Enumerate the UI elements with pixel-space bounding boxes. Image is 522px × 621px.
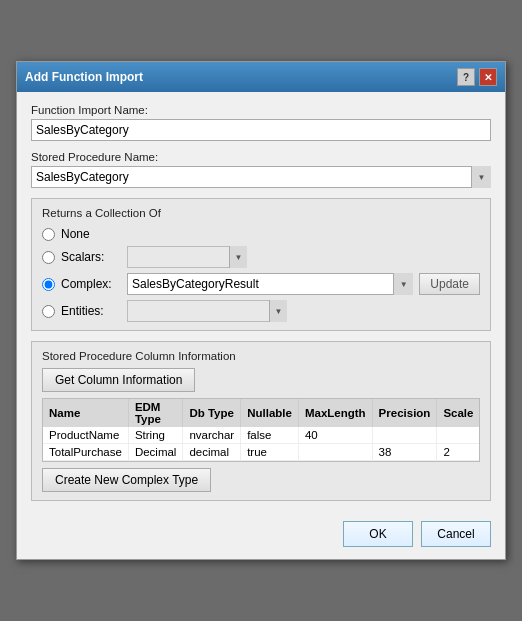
col-header-nullable: Nullable xyxy=(241,399,299,427)
column-info-table: Name EDM Type Db Type Nullable MaxLength… xyxy=(43,399,479,461)
stored-procedure-dropdown-wrapper: SalesByCategory ▼ xyxy=(31,166,491,188)
ok-button[interactable]: OK xyxy=(343,521,413,547)
returns-collection-title: Returns a Collection Of xyxy=(42,207,480,219)
complex-radio[interactable] xyxy=(42,278,55,291)
entities-radio-label: Entities: xyxy=(61,304,121,318)
add-function-import-dialog: Add Function Import ? ✕ Function Import … xyxy=(16,61,506,560)
complex-dropdown-wrapper: SalesByCategoryResult ▼ xyxy=(127,273,413,295)
complex-radio-row: Complex: SalesByCategoryResult ▼ Update xyxy=(42,273,480,295)
table-row: TotalPurchaseDecimaldecimaltrue382 xyxy=(43,444,479,461)
stored-procedure-name-section: Stored Procedure Name: SalesByCategory ▼ xyxy=(31,151,491,188)
returns-collection-section: Returns a Collection Of None Scalars: ▼ xyxy=(31,198,491,331)
complex-radio-label: Complex: xyxy=(61,277,121,291)
function-import-name-input[interactable] xyxy=(31,119,491,141)
table-header-row: Name EDM Type Db Type Nullable MaxLength… xyxy=(43,399,479,427)
create-complex-type-button[interactable]: Create New Complex Type xyxy=(42,468,211,492)
table-body: ProductNameStringnvarcharfalse40TotalPur… xyxy=(43,427,479,461)
dialog-title: Add Function Import xyxy=(25,70,143,84)
col-header-db-type: Db Type xyxy=(183,399,241,427)
help-button[interactable]: ? xyxy=(457,68,475,86)
dialog-footer: OK Cancel xyxy=(17,513,505,559)
col-header-maxlength: MaxLength xyxy=(298,399,372,427)
col-header-name: Name xyxy=(43,399,128,427)
sp-column-info-section: Stored Procedure Column Information Get … xyxy=(31,341,491,501)
title-bar-buttons: ? ✕ xyxy=(457,68,497,86)
sp-column-info-title: Stored Procedure Column Information xyxy=(42,350,480,362)
entities-radio[interactable] xyxy=(42,305,55,318)
dialog-body: Function Import Name: Stored Procedure N… xyxy=(17,92,505,513)
get-column-info-button[interactable]: Get Column Information xyxy=(42,368,195,392)
scalars-dropdown[interactable] xyxy=(127,246,247,268)
update-button[interactable]: Update xyxy=(419,273,480,295)
stored-procedure-name-label: Stored Procedure Name: xyxy=(31,151,491,163)
entities-dropdown-wrapper: ▼ xyxy=(127,300,287,322)
close-button[interactable]: ✕ xyxy=(479,68,497,86)
col-header-edm-type: EDM Type xyxy=(128,399,183,427)
none-radio-label: None xyxy=(61,227,121,241)
scalars-radio[interactable] xyxy=(42,251,55,264)
col-header-scale: Scale xyxy=(437,399,480,427)
function-import-name-section: Function Import Name: xyxy=(31,104,491,141)
cancel-button[interactable]: Cancel xyxy=(421,521,491,547)
radio-group: None Scalars: ▼ Complex: xyxy=(42,227,480,322)
title-bar: Add Function Import ? ✕ xyxy=(17,62,505,92)
scalars-dropdown-wrapper: ▼ xyxy=(127,246,247,268)
stored-procedure-dropdown[interactable]: SalesByCategory xyxy=(31,166,491,188)
function-import-name-label: Function Import Name: xyxy=(31,104,491,116)
entities-dropdown[interactable] xyxy=(127,300,287,322)
scalars-radio-row: Scalars: ▼ xyxy=(42,246,480,268)
column-info-table-wrapper: Name EDM Type Db Type Nullable MaxLength… xyxy=(42,398,480,462)
complex-dropdown[interactable]: SalesByCategoryResult xyxy=(127,273,413,295)
none-radio[interactable] xyxy=(42,228,55,241)
entities-radio-row: Entities: ▼ xyxy=(42,300,480,322)
scalars-radio-label: Scalars: xyxy=(61,250,121,264)
table-row: ProductNameStringnvarcharfalse40 xyxy=(43,427,479,444)
col-header-precision: Precision xyxy=(372,399,437,427)
none-radio-row: None xyxy=(42,227,480,241)
